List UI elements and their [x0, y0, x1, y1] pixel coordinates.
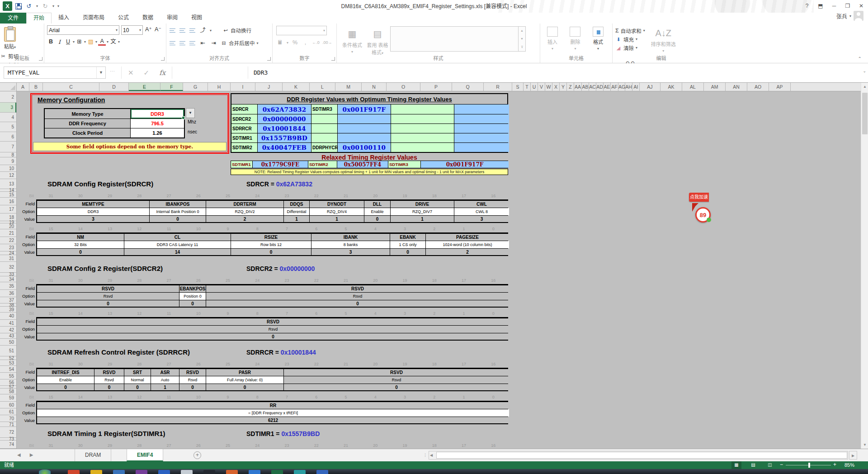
horizontal-scrollbar[interactable]: ◀ [429, 451, 848, 460]
format-as-table-button[interactable]: ▤ 套用 表格格式▾ [365, 24, 390, 56]
column-header-AN[interactable]: AN [726, 83, 747, 91]
percent-style-icon[interactable]: % [291, 38, 299, 47]
column-header-M[interactable]: M [335, 83, 362, 91]
value-cell[interactable]: 0 [179, 384, 206, 390]
register-name-cell[interactable] [391, 114, 454, 123]
taskbar-app-icon[interactable] [226, 470, 238, 474]
row-header-31[interactable]: 31 [0, 255, 16, 262]
field-cell[interactable]: IBANK [311, 234, 390, 241]
italic-button[interactable]: I [56, 38, 63, 46]
value-cell[interactable]: 1 [390, 216, 454, 222]
tab-view[interactable]: 视图 [184, 13, 209, 24]
column-header-AH[interactable]: AH [625, 83, 632, 91]
row-header-58[interactable]: 58 [0, 389, 16, 394]
field-cell[interactable]: RSVD [94, 369, 124, 376]
option-cell[interactable]: RZQ_DIV7 [390, 208, 454, 215]
expand-formula-bar-icon[interactable]: ⌄ [863, 69, 866, 73]
normal-view-icon[interactable]: ▦ [731, 461, 741, 469]
sort-filter-button[interactable]: A↓Z 排序和筛选▾ [647, 24, 679, 53]
field-cell[interactable]: DDRTERM [206, 201, 283, 208]
row-header-4[interactable]: 4 [0, 113, 16, 122]
field-cell[interactable]: RSVD [206, 285, 509, 292]
tab-file[interactable]: 文件 [0, 13, 26, 24]
column-header-AF[interactable]: AF [611, 83, 618, 91]
field-cell[interactable]: RSVD [179, 369, 206, 376]
ribbon-display-options-button[interactable]: ⬒ [814, 0, 827, 12]
taskbar-app-icon[interactable] [271, 470, 283, 474]
field-cell[interactable]: DDQS [283, 201, 309, 208]
save-icon[interactable] [15, 3, 22, 9]
column-header-C[interactable]: C [43, 83, 99, 91]
sheet-next-icon[interactable]: ▶ [30, 452, 33, 457]
column-header-A[interactable]: A [17, 83, 29, 91]
value-cell[interactable]: 0 [231, 249, 311, 255]
option-cell[interactable]: 1024-word (10 column bits) [425, 241, 509, 248]
cell-styles-gallery[interactable]: ▲▼⊽ [390, 26, 526, 52]
scroll-down-icon[interactable]: ▼ [861, 441, 868, 449]
field-cell[interactable]: CWL [454, 201, 509, 208]
row-header-12[interactable]: 12 [0, 172, 16, 179]
relaxed-value-cell[interactable]: 0x1779C9FE [252, 161, 308, 168]
column-header-N[interactable]: N [362, 83, 387, 91]
windows-taskbar[interactable] [0, 469, 868, 474]
borders-icon[interactable]: ⊞ [75, 38, 83, 46]
increase-decimal-icon[interactable]: ←.0 [312, 38, 320, 47]
option-cell[interactable]: Rsvd [37, 326, 509, 333]
option-cell[interactable]: Rsvd [283, 376, 509, 384]
row-header-7[interactable]: 7 [0, 142, 16, 152]
register-name-cell[interactable] [311, 114, 337, 123]
register-value-cell[interactable] [454, 124, 509, 133]
register-value-cell[interactable] [337, 133, 391, 142]
font-name-select[interactable]: Arial▾ [47, 25, 119, 35]
column-header-U[interactable]: U [531, 83, 538, 91]
value-cell[interactable]: 2 [425, 249, 509, 255]
new-sheet-icon[interactable]: + [193, 451, 201, 459]
gallery-down-icon[interactable]: ▼ [519, 35, 525, 43]
option-cell[interactable]: Rsvd [94, 376, 124, 384]
ddr-frequency-cell[interactable]: 796.5 [131, 119, 184, 128]
decrease-font-icon[interactable]: A⁻ [154, 25, 162, 35]
column-header-O[interactable]: O [387, 83, 420, 91]
format-cells-button[interactable]: 格式▾ [588, 24, 609, 51]
column-header-Y[interactable]: Y [560, 83, 567, 91]
redo-caret-icon[interactable]: ▾ [52, 4, 54, 8]
field-cell[interactable]: RSVD [37, 285, 179, 292]
page-layout-view-icon[interactable]: ▤ [748, 461, 758, 469]
row-header-35[interactable]: 35 [0, 282, 16, 290]
row-header-15[interactable]: 15 [0, 192, 16, 198]
register-name-cell[interactable]: SDRRCR [231, 124, 257, 133]
row-header-6[interactable]: 6 [0, 132, 16, 142]
formula-bar-splitter[interactable]: ⋮ [110, 69, 116, 74]
zoom-in-icon[interactable]: + [833, 461, 836, 468]
register-value-cell[interactable] [454, 133, 509, 142]
column-header-AD[interactable]: AD [596, 83, 604, 91]
value-cell[interactable]: 6212 [37, 417, 509, 423]
option-cell[interactable]: Normal [124, 376, 151, 384]
account-area[interactable]: 张兵 ▾ [836, 11, 863, 21]
option-cell[interactable]: Differential [283, 208, 309, 215]
boost-badge[interactable]: 点我加速 [689, 193, 709, 202]
field-cell[interactable]: PAGESIZE [425, 234, 509, 241]
wrap-text-button[interactable]: ↩自动换行 [222, 26, 251, 35]
column-header-AP[interactable]: AP [769, 83, 791, 91]
row-header-17[interactable]: 17 [0, 205, 16, 213]
restore-button[interactable]: ❐ [841, 0, 854, 12]
minimize-button[interactable]: ─ [827, 0, 841, 12]
tab-home[interactable]: 开始 [26, 13, 52, 24]
field-cell[interactable]: RSIZE [231, 234, 311, 241]
vertical-scrollbar[interactable]: ▲ ▼ [861, 83, 868, 449]
column-header-S[interactable]: S [512, 83, 524, 91]
column-header-W[interactable]: W [545, 83, 552, 91]
merge-center-button[interactable]: ⊟合并后居中▾ [221, 38, 259, 47]
clock-period-cell[interactable]: 1.26 [131, 128, 184, 137]
row-header-61[interactable]: 61 [0, 408, 16, 415]
collapse-ribbon-icon[interactable]: ⌃ [858, 56, 862, 61]
value-cell[interactable]: 0 [149, 216, 206, 222]
value-cell[interactable]: 1 [283, 216, 309, 222]
field-cell[interactable]: DRIVE [390, 201, 454, 208]
row-header-8[interactable]: 8 [0, 152, 16, 157]
field-cell[interactable]: IBANKPOS [149, 201, 206, 208]
zoom-out-icon[interactable]: − [780, 461, 783, 468]
align-right-icon[interactable] [189, 40, 196, 46]
taskbar-app-icon[interactable] [181, 470, 193, 474]
